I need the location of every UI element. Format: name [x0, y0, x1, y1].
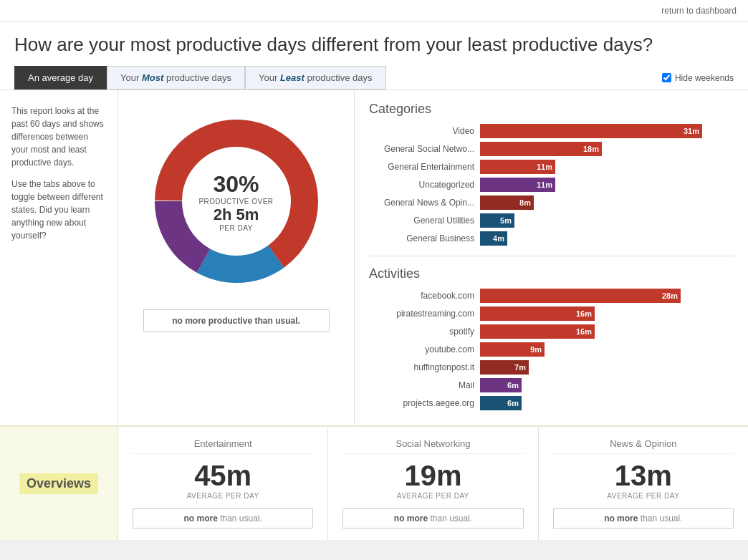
bar-row: Uncategorized11m	[369, 178, 734, 192]
bar-fill: 31m	[480, 124, 702, 138]
bar-value: 5m	[500, 216, 512, 225]
overview-card: Entertainment 45m AVERAGE PER DAY no mor…	[118, 427, 328, 540]
bar-value: 6m	[507, 381, 519, 390]
bar-fill: 6m	[480, 396, 522, 410]
bar-value: 9m	[530, 345, 542, 354]
usual-suffix: productive than usual.	[206, 316, 299, 326]
tab-most-prefix: Your	[120, 72, 142, 83]
bar-fill: 28m	[480, 289, 681, 303]
page-title: How are your most productive days differ…	[14, 34, 734, 56]
bar-track: 31m	[480, 124, 734, 138]
hide-weekends-container: Hide weekends	[662, 73, 734, 83]
bar-value: 4m	[493, 234, 504, 243]
bar-track: 8m	[480, 195, 734, 210]
bar-value: 18m	[583, 145, 599, 153]
bar-track: 28m	[480, 289, 734, 303]
bar-value: 11m	[537, 180, 552, 189]
activities-title: Activities	[369, 266, 734, 281]
bar-fill: 9m	[480, 342, 545, 357]
tabs-left: An average day Your Most productive days…	[14, 66, 386, 90]
bar-label: piratestreaming.com	[369, 309, 480, 319]
chart-area: 30% PRODUCTIVE OVER 2h 5m PER DAY no mor…	[118, 90, 355, 425]
bar-label: General Business	[369, 233, 480, 243]
divider	[369, 256, 734, 256]
bar-track: 6m	[480, 378, 734, 392]
bar-value: 31m	[684, 127, 699, 135]
return-link[interactable]: return to dashboard	[661, 6, 737, 16]
card-usual-prefix: no more	[183, 513, 217, 523]
bar-row: Mail6m	[369, 378, 734, 392]
bar-row: facebook.com28m	[369, 289, 734, 303]
bar-fill: 18m	[480, 142, 602, 156]
sidebar: This report looks at the past 60 days an…	[0, 90, 118, 425]
header: How are your most productive days differ…	[0, 22, 748, 90]
bar-label: Uncategorized	[369, 180, 480, 190]
card-sublabel: AVERAGE PER DAY	[133, 492, 313, 500]
card-usual-prefix: no more	[604, 513, 638, 523]
bar-value: 16m	[576, 327, 592, 336]
bar-label: General Social Netwo...	[369, 144, 480, 154]
overview-cards: Entertainment 45m AVERAGE PER DAY no mor…	[118, 427, 748, 540]
card-value: 19m	[342, 460, 523, 492]
bar-track: 6m	[480, 396, 734, 410]
content-area: This report looks at the past 60 days an…	[0, 90, 748, 425]
bar-row: General Business4m	[369, 231, 734, 246]
card-category: Entertainment	[133, 438, 313, 454]
bar-fill: 16m	[480, 306, 595, 321]
tab-least-prefix: Your	[259, 72, 280, 83]
tab-average[interactable]: An average day	[14, 66, 107, 90]
bar-row: General Utilities5m	[369, 213, 734, 228]
bar-label: huffingtonpost.it	[369, 362, 480, 372]
bar-label: General News & Opin...	[369, 198, 480, 208]
bar-row: General News & Opin...8m	[369, 195, 734, 210]
hide-weekends-label: Hide weekends	[675, 73, 734, 83]
tabs-row: An average day Your Most productive days…	[14, 66, 734, 90]
bar-row: General Social Netwo...18m	[369, 142, 734, 156]
donut-time: 2h 5m	[198, 206, 273, 224]
card-usual: no more than usual.	[342, 508, 523, 528]
donut-chart: 30% PRODUCTIVE OVER 2h 5m PER DAY	[140, 105, 333, 298]
bar-label: General Entertainment	[369, 162, 480, 172]
bar-fill: 11m	[480, 178, 555, 192]
tab-most[interactable]: Your Most productive days	[107, 66, 245, 90]
bar-track: 16m	[480, 306, 734, 321]
bar-label: spotify	[369, 327, 480, 337]
bar-fill: 5m	[480, 213, 514, 228]
bar-track: 11m	[480, 178, 734, 192]
donut-productive-label: PRODUCTIVE OVER	[198, 198, 273, 206]
overview-card: Social Networking 19m AVERAGE PER DAY no…	[328, 427, 538, 540]
card-category: Social Networking	[342, 438, 523, 454]
activities-bars: facebook.com28mpiratestreaming.com16mspo…	[369, 289, 734, 410]
bar-fill: 16m	[480, 324, 595, 339]
bar-track: 5m	[480, 213, 734, 228]
bar-fill: 11m	[480, 160, 555, 174]
bar-row: huffingtonpost.it7m	[369, 360, 734, 375]
bar-value: 7m	[514, 363, 526, 372]
tab-most-suffix: productive days	[163, 72, 231, 83]
bar-fill: 8m	[480, 195, 534, 210]
bar-label: youtube.com	[369, 344, 480, 354]
card-usual-prefix: no more	[394, 513, 428, 523]
bar-value: 16m	[576, 309, 592, 318]
card-value: 13m	[553, 460, 734, 492]
tab-least-suffix: productive days	[305, 72, 373, 83]
bar-row: Video31m	[369, 124, 734, 138]
donut-percent: 30%	[198, 171, 273, 198]
card-category: News & Opinion	[553, 438, 734, 454]
bar-track: 18m	[480, 142, 734, 156]
hide-weekends-checkbox[interactable]	[662, 73, 671, 82]
bar-row: spotify16m	[369, 324, 734, 339]
card-usual: no more than usual.	[133, 508, 313, 528]
bar-fill: 6m	[480, 378, 522, 392]
categories-bars: Video31mGeneral Social Netwo...18mGenera…	[369, 124, 734, 246]
bar-value: 28m	[662, 291, 678, 300]
overview-card: News & Opinion 13m AVERAGE PER DAY no mo…	[539, 427, 748, 540]
bar-label: Mail	[369, 380, 480, 390]
bar-row: piratestreaming.com16m	[369, 306, 734, 321]
donut-center: 30% PRODUCTIVE OVER 2h 5m PER DAY	[198, 171, 273, 232]
stats-panel: Categories Video31mGeneral Social Netwo.…	[355, 90, 748, 425]
bar-row: projects.aegee.org6m	[369, 396, 734, 410]
overview-section: Overviews Entertainment 45m AVERAGE PER …	[0, 425, 748, 540]
tab-least[interactable]: Your Least productive days	[245, 66, 386, 90]
bar-value: 6m	[507, 399, 519, 407]
